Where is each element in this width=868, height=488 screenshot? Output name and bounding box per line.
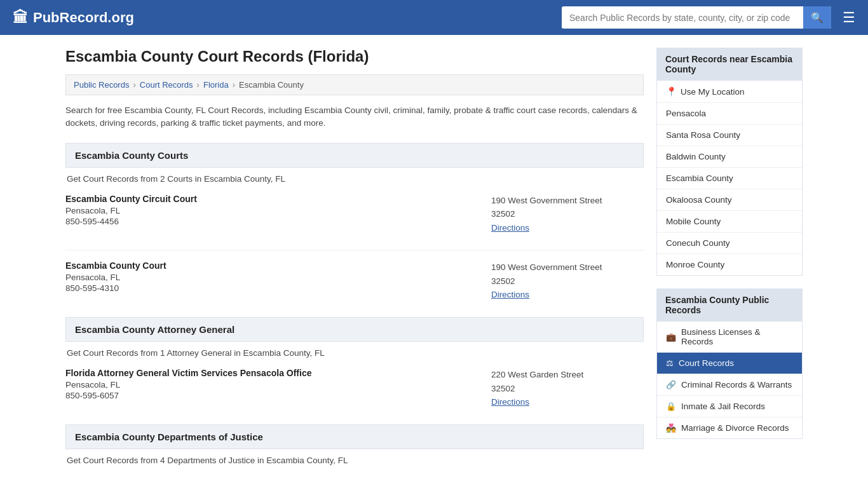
court-entry-1: Escambia County Court Pensacola, FL 850-…	[65, 261, 644, 302]
rings-icon: 💑	[666, 423, 676, 433]
sidebar-nearby-title: Court Records near Escambia County	[656, 48, 803, 81]
lock-icon: 🔒	[666, 402, 676, 411]
sidebar-pub-marriage[interactable]: 💑 Marriage & Divorce Records	[657, 417, 802, 438]
sidebar-pub-court-records[interactable]: ⚖ Court Records	[657, 353, 802, 374]
court-entry-left-1: Escambia County Court Pensacola, FL 850-…	[65, 261, 491, 302]
sidebar-public-records-title: Escambia County Public Records	[656, 288, 803, 322]
sidebar-item-mobile[interactable]: Mobile County	[657, 211, 802, 233]
sidebar: Court Records near Escambia County 📍 Use…	[656, 48, 803, 475]
court-street-0: 190 West Government Street	[491, 194, 644, 208]
court-zip-1: 32502	[491, 274, 644, 288]
section-subtext-courts: Get Court Records from 2 Courts in Escam…	[65, 174, 644, 184]
search-icon: 🔍	[811, 12, 824, 23]
sidebar-item-conecuh[interactable]: Conecuh County	[657, 233, 802, 254]
scales-icon: ⚖	[666, 358, 674, 368]
breadcrumb-sep-2: ›	[197, 80, 200, 90]
court-zip-0: 32502	[491, 207, 644, 221]
court-entry-left-attorney: Florida Attorney General Victim Services…	[65, 368, 491, 409]
breadcrumb-court-records[interactable]: Court Records	[140, 80, 193, 90]
court-zip-attorney: 32502	[491, 382, 644, 396]
intro-text: Search for free Escambia County, FL Cour…	[65, 104, 644, 130]
section-subtext-attorney: Get Court Records from 1 Attorney Genera…	[65, 348, 644, 358]
site-logo[interactable]: 🏛 PubRecord.org	[13, 9, 134, 27]
breadcrumb: Public Records › Court Records › Florida…	[65, 74, 644, 95]
pub-marriage-label: Marriage & Divorce Records	[681, 423, 789, 433]
court-entry-left-0: Escambia County Circuit Court Pensacola,…	[65, 194, 491, 235]
court-entry-attorney: Florida Attorney General Victim Services…	[65, 368, 644, 409]
logo-icon: 🏛	[13, 9, 28, 27]
section-subtext-justice: Get Court Records from 4 Departments of …	[65, 456, 644, 465]
court-city-attorney: Pensacola, FL	[65, 380, 491, 390]
sidebar-item-escambia[interactable]: Escambia County	[657, 168, 802, 189]
location-pin-icon: 📍	[666, 86, 677, 97]
breadcrumb-public-records[interactable]: Public Records	[74, 80, 129, 90]
search-bar: 🔍	[562, 6, 831, 29]
court-street-1: 190 West Government Street	[491, 261, 644, 274]
sidebar-item-okaloosa[interactable]: Okaloosa County	[657, 189, 802, 211]
court-city-0: Pensacola, FL	[65, 206, 491, 215]
court-entry-0: Escambia County Circuit Court Pensacola,…	[65, 194, 644, 235]
court-street-attorney: 220 West Garden Street	[491, 368, 644, 382]
breadcrumb-florida[interactable]: Florida	[203, 80, 229, 90]
content-area: Escambia County Court Records (Florida) …	[65, 48, 644, 475]
court-entry-right-attorney: 220 West Garden Street 32502 Directions	[491, 368, 644, 409]
sidebar-item-monroe[interactable]: Monroe County	[657, 254, 802, 275]
directions-link-1[interactable]: Directions	[491, 290, 529, 299]
section-header-justice: Escambia County Departments of Justice	[65, 424, 644, 449]
pub-inmate-label: Inmate & Jail Records	[681, 402, 765, 411]
sidebar-nearby-list: 📍 Use My Location Pensacola Santa Rosa C…	[656, 81, 803, 276]
main-container: Escambia County Court Records (Florida) …	[53, 35, 815, 488]
logo-text: PubRecord.org	[33, 10, 134, 26]
section-header-courts: Escambia County Courts	[65, 143, 644, 168]
sidebar-pub-criminal[interactable]: 🔗 Criminal Records & Warrants	[657, 374, 802, 396]
breadcrumb-current: Escambia County	[239, 80, 304, 90]
pub-court-label: Court Records	[679, 358, 734, 368]
court-phone-attorney: 850-595-6057	[65, 391, 491, 400]
page-title: Escambia County Court Records (Florida)	[65, 48, 644, 65]
search-area: 🔍 ☰	[562, 6, 855, 29]
court-entry-right-1: 190 West Government Street 32502 Directi…	[491, 261, 644, 302]
sidebar-item-santa-rosa[interactable]: Santa Rosa County	[657, 125, 802, 146]
sidebar-public-records-list: 💼 Business Licenses & Records ⚖ Court Re…	[656, 322, 803, 439]
section-header-attorney: Escambia County Attorney General	[65, 317, 644, 342]
court-name-1: Escambia County Court	[65, 261, 491, 271]
court-name-attorney: Florida Attorney General Victim Services…	[65, 368, 491, 378]
search-input[interactable]	[562, 8, 803, 28]
chain-icon: 🔗	[666, 380, 676, 390]
court-phone-0: 850-595-4456	[65, 217, 491, 226]
court-phone-1: 850-595-4310	[65, 283, 491, 293]
pub-criminal-label: Criminal Records & Warrants	[681, 380, 792, 390]
sidebar-pub-business[interactable]: 💼 Business Licenses & Records	[657, 322, 802, 353]
breadcrumb-sep-1: ›	[133, 80, 135, 90]
pub-business-label: Business Licenses & Records	[681, 327, 793, 346]
sidebar-item-baldwin[interactable]: Baldwin County	[657, 146, 802, 168]
court-name-0: Escambia County Circuit Court	[65, 194, 491, 204]
menu-icon[interactable]: ☰	[843, 10, 855, 26]
search-button[interactable]: 🔍	[803, 6, 831, 29]
entry-divider-0	[65, 250, 644, 250]
sidebar-pub-inmate[interactable]: 🔒 Inmate & Jail Records	[657, 396, 802, 417]
directions-link-attorney[interactable]: Directions	[491, 397, 529, 407]
sidebar-use-location[interactable]: 📍 Use My Location	[657, 81, 802, 103]
court-entry-right-0: 190 West Government Street 32502 Directi…	[491, 194, 644, 235]
site-header: 🏛 PubRecord.org 🔍 ☰	[0, 0, 868, 35]
court-city-1: Pensacola, FL	[65, 273, 491, 282]
sidebar-item-pensacola[interactable]: Pensacola	[657, 103, 802, 125]
breadcrumb-sep-3: ›	[233, 80, 235, 90]
briefcase-icon: 💼	[666, 332, 676, 342]
directions-link-0[interactable]: Directions	[491, 223, 529, 233]
use-location-label: Use My Location	[681, 87, 745, 97]
